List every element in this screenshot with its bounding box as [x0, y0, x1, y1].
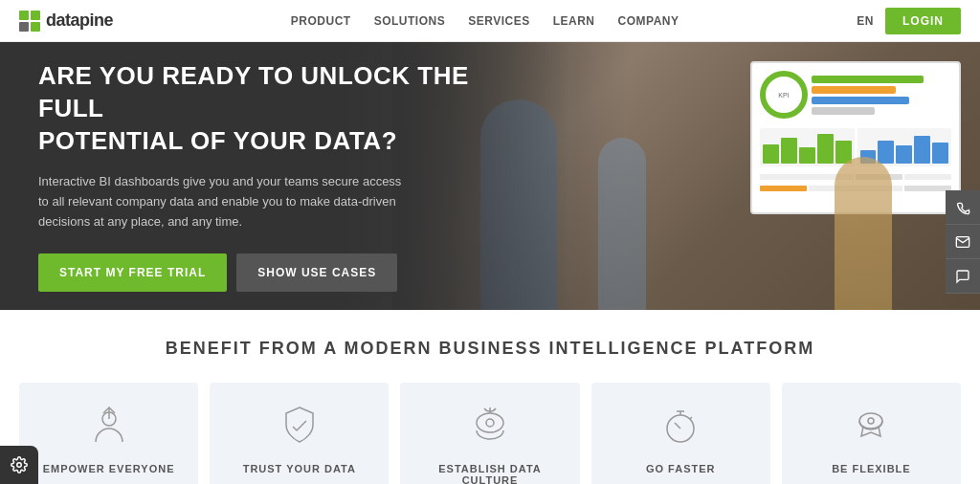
chat-icon[interactable] — [946, 259, 980, 294]
phone-icon[interactable] — [946, 190, 980, 225]
nav-right: EN LOGIN — [857, 8, 961, 34]
trust-icon — [275, 402, 324, 451]
svg-point-7 — [17, 463, 22, 468]
hero-title: ARE YOU READY TO UNLOCK THE FULL POTENTI… — [38, 60, 501, 157]
navigation: datapine PRODUCT SOLUTIONS SERVICES LEAR… — [0, 0, 980, 42]
svg-point-3 — [486, 419, 494, 427]
start-trial-button[interactable]: START MY FREE TRIAL — [38, 253, 227, 292]
side-contact-icons — [946, 190, 980, 294]
culture-title: ESTABLISH DATA CULTURE — [414, 463, 565, 484]
flexible-icon — [846, 402, 896, 451]
nav-services[interactable]: SERVICES — [468, 14, 529, 28]
logo-text: datapine — [46, 11, 113, 31]
empower-title: EMPOWER EVERYONE — [43, 463, 175, 474]
faster-icon — [656, 402, 705, 451]
hero-buttons: START MY FREE TRIAL SHOW USE CASES — [38, 253, 501, 292]
faster-title: GO FASTER — [646, 463, 716, 474]
nav-links: PRODUCT SOLUTIONS SERVICES LEARN COMPANY — [291, 14, 679, 28]
logo-icon — [19, 11, 40, 32]
trust-title: TRUST YOUR DATA — [243, 463, 356, 474]
logo[interactable]: datapine — [19, 11, 113, 32]
benefit-cards: EMPOWER EVERYONE Enable everyone within … — [19, 383, 961, 484]
person-silhouette-2 — [598, 138, 646, 310]
svg-point-2 — [477, 413, 503, 432]
person-silhouette-3 — [835, 157, 892, 310]
card-empower: EMPOWER EVERYONE Enable everyone within … — [19, 383, 198, 484]
empower-icon — [84, 402, 134, 451]
chart-circle: KPI — [760, 71, 808, 119]
settings-corner-button[interactable] — [0, 446, 38, 484]
nav-learn[interactable]: LEARN — [553, 14, 595, 28]
card-flexible: BE FLEXIBLE Enjoy a scalable SaaS BI sol… — [782, 383, 961, 484]
hero-section: KPI — [0, 42, 980, 310]
hero-content: ARE YOU READY TO UNLOCK THE FULL POTENTI… — [0, 42, 539, 310]
nav-product[interactable]: PRODUCT — [291, 14, 351, 28]
culture-icon — [465, 402, 515, 451]
benefit-section: BENEFIT FROM A MODERN BUSINESS INTELLIGE… — [0, 310, 980, 484]
flexible-title: BE FLEXIBLE — [832, 463, 911, 474]
svg-point-6 — [868, 418, 874, 424]
mail-icon[interactable] — [946, 225, 980, 259]
language-selector[interactable]: EN — [857, 14, 874, 28]
nav-solutions[interactable]: SOLUTIONS — [374, 14, 446, 28]
show-use-cases-button[interactable]: SHOW USE CASES — [236, 253, 397, 292]
benefit-title: BENEFIT FROM A MODERN BUSINESS INTELLIGE… — [19, 339, 961, 359]
card-culture: ESTABLISH DATA CULTURE Develop data-driv… — [400, 383, 579, 484]
login-button[interactable]: LOGIN — [885, 8, 961, 34]
nav-company[interactable]: COMPANY — [618, 14, 679, 28]
card-faster: GO FASTER Reduce manual tasks to a minim… — [591, 383, 770, 484]
card-trust: TRUST YOUR DATA Take advantage of a secu… — [210, 383, 389, 484]
hero-subtitle: Interactive BI dashboards give you and y… — [38, 171, 402, 232]
